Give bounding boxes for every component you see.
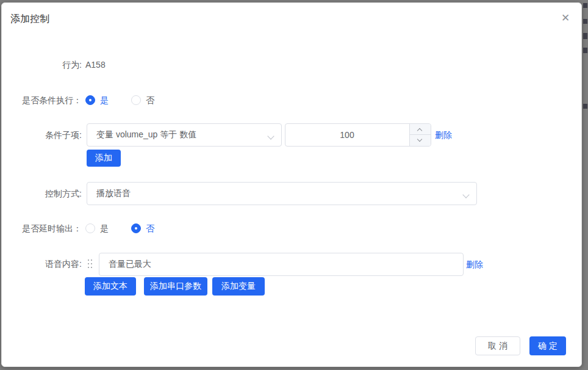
delay-output-radio-no-label[interactable]: 否 [146,222,154,234]
conditional-exec-radio-no-label[interactable]: 否 [146,94,154,106]
chevron-up-icon [417,128,422,133]
add-control-dialog: 添加控制 ✕ 行为: A158 是否条件执行： 是 否 条件子项: 变量 vol… [1,2,582,367]
chevron-down-icon [267,132,274,139]
voice-content-field [99,253,464,276]
background-fragment [583,33,587,39]
conditional-exec-radio-no[interactable] [131,95,141,105]
voice-content-input[interactable] [99,253,463,275]
condition-item-number-field [285,123,431,147]
chevron-down-icon [417,137,422,142]
dialog-title: 添加控制 [10,13,49,26]
condition-item-select[interactable]: 变量 volume_up 等于 数值 [87,123,282,147]
control-mode-select[interactable]: 播放语音 [87,182,477,205]
close-button[interactable]: ✕ [559,12,572,25]
delay-output-radio-yes[interactable] [85,223,95,233]
voice-content-delete-link[interactable]: 删除 [466,258,483,270]
add-serial-param-button[interactable]: 添加串口参数 [144,277,207,296]
confirm-button[interactable]: 确 定 [529,336,566,355]
chevron-down-icon [462,191,469,198]
add-variable-button[interactable]: 添加变量 [212,277,265,296]
delay-output-radio-no[interactable] [131,223,141,233]
condition-item-delete-link[interactable]: 删除 [435,129,452,141]
control-mode-label: 控制方式: [2,187,82,200]
conditional-exec-radio-yes[interactable] [85,95,95,105]
cancel-button[interactable]: 取 消 [475,336,520,355]
condition-item-label: 条件子项: [2,129,82,141]
background-fragment [583,3,587,8]
conditional-exec-radio-yes-label[interactable]: 是 [100,94,109,106]
background-fragment [583,48,587,53]
control-mode-select-value: 播放语音 [96,188,131,199]
condition-item-select-value: 变量 volume_up 等于 数值 [96,129,196,140]
number-stepper [409,124,431,146]
page-background: 添加控制 ✕ 行为: A158 是否条件执行： 是 否 条件子项: 变量 vol… [0,0,588,370]
delay-output-label: 是否延时输出： [2,222,82,234]
condition-item-add-button[interactable]: 添加 [87,150,121,167]
background-fragment [583,19,587,24]
behavior-value: A158 [85,59,106,71]
add-text-button[interactable]: 添加文本 [85,277,136,296]
delay-output-radio-yes-label[interactable]: 是 [100,222,109,234]
close-icon: ✕ [561,12,570,24]
stepper-decrease-button[interactable] [410,135,431,146]
background-fragment [583,104,587,109]
voice-content-label: 语音内容: [2,258,82,270]
stepper-increase-button[interactable] [410,124,431,135]
conditional-exec-label: 是否条件执行： [2,94,82,106]
behavior-label: 行为: [2,59,82,71]
drag-handle-icon[interactable] [88,259,93,268]
condition-item-number-input[interactable] [285,124,409,146]
